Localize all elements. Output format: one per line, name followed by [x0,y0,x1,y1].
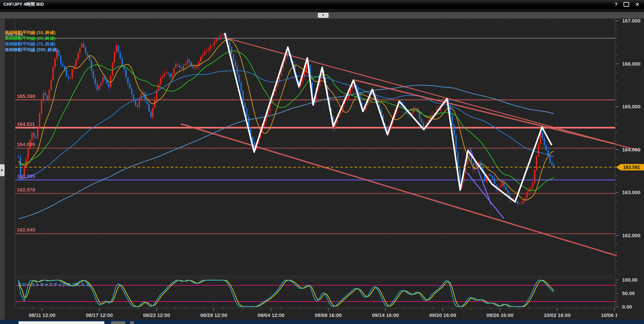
side-panel-expand-button[interactable]: ▶ [0,164,5,176]
level-label-163.295: 163.295 [17,173,35,179]
x-axis-label: 09/04 12:00 [258,312,284,318]
stoch-axis-label: 0.00 [622,304,632,310]
stoch-axis-label: 100.00 [622,277,638,283]
collapsed-side-panel: ▶ [0,12,5,320]
chevron-down-icon: ▼ [322,13,325,17]
y-axis-label: 163.000 [622,189,640,195]
legend-item-ma75[interactable]: 単純移動平均線 (75, 終値) [5,41,58,47]
collapsed-toolbar: ▼ [0,12,644,19]
current-price-value: 163.591 [623,165,640,170]
level-label-164.511: 164.511 [17,121,35,127]
chart-window: 166.594165.160164.511164.036163.295162.9… [0,0,644,324]
x-axis-label: 09/08 16:00 [315,312,342,318]
indicator-legend: 単純移動平均線 (10, 終値)単純移動平均線 (25, 終値)単純移動平均線 … [5,30,58,52]
x-axis-label: 10/02 16:00 [544,312,571,318]
toolbar-expand-button[interactable]: ▼ [318,13,329,18]
x-axis-label: 08/29 12:00 [200,312,227,318]
legend-item-ma10[interactable]: 単純移動平均線 (10, 終値) [5,30,58,35]
window-controls: ? ✕ [615,2,644,7]
current-price-badge[interactable]: 163.591 [616,164,644,170]
level-label-164.036: 164.036 [17,141,35,147]
title-bar: CHF/JPY 4時間 BID ? ✕ [0,0,644,9]
x-axis-label: 09/20 16:00 [429,312,456,318]
y-axis-label: 164.000 [622,147,640,152]
taskbar-item[interactable] [130,321,134,324]
chart-canvas[interactable]: 166.594165.160164.511164.036163.295162.9… [0,0,644,324]
level-label-162.978: 162.978 [17,187,35,192]
taskbar-item[interactable] [19,321,104,324]
level-label-162.045: 162.045 [17,227,35,232]
x-axis-label: 09/26 16:00 [486,312,513,318]
help-button[interactable]: ? [615,2,618,7]
titlebar-shadow-strip [0,9,644,12]
y-axis-label: 165.000 [622,104,640,109]
level-label-165.160: 165.160 [17,93,35,99]
taskbar-peek-strip [0,320,644,324]
maximize-button[interactable] [623,2,629,7]
chevron-right-icon: ▶ [1,169,3,172]
x-axis-label: 09/14 16:00 [372,312,399,318]
taskbar-item[interactable] [111,321,125,324]
x-axis-label: 08/23 12:00 [143,312,170,318]
stoch-axis-label: 50.00 [622,290,635,296]
x-axis-label: 08/11 12:00 [29,312,55,318]
x-axis-label: 08/17 12:00 [86,312,113,318]
window-title: CHF/JPY 4時間 BID [0,1,44,7]
close-button[interactable]: ✕ [635,2,639,7]
y-axis-label: 166.000 [622,61,640,67]
legend-item-ma200[interactable]: 単純移動平均線 (200, 終値) [5,47,58,52]
legend-item-ma25[interactable]: 単純移動平均線 (25, 終値) [5,35,58,41]
y-axis-label: 162.000 [622,232,640,238]
